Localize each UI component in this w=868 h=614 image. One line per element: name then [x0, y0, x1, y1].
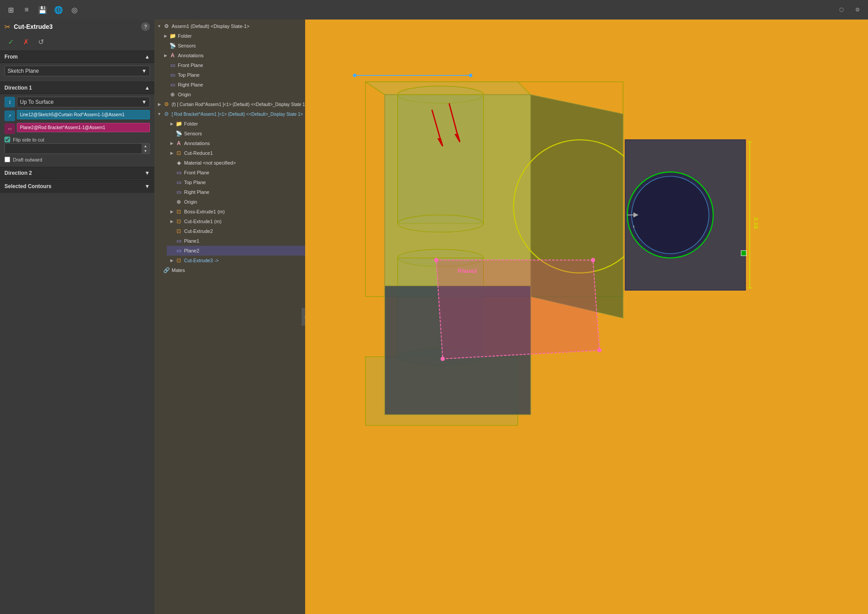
- tree-item-origin[interactable]: ⊕ Origin: [161, 90, 305, 99]
- svg-point-2: [353, 74, 357, 77]
- cut-extrude-icon: ✂: [4, 23, 10, 31]
- reset-button[interactable]: ↺: [35, 35, 47, 48]
- left-panel: ✂ Cut-Extrude3 ? ✓ ✗ ↺ From ▲ Sketch Pla…: [0, 20, 154, 614]
- from-dropdown[interactable]: Sketch Plane ▼: [4, 66, 150, 76]
- direction2-section-header[interactable]: Direction 2 ▼: [0, 167, 154, 179]
- plane-field[interactable]: Plane2@Rod Bracket^Assem1-1@Assem1: [17, 123, 150, 132]
- svg-point-26: [591, 258, 595, 262]
- svg-text:3.18: 3.18: [753, 217, 759, 229]
- depth-input[interactable]: [5, 144, 141, 154]
- selected-contours-label: Selected Contours: [4, 183, 51, 189]
- dropdown-arrow: ▼: [141, 68, 147, 74]
- tree-item-top-plane[interactable]: ▭ Top Plane: [161, 70, 305, 80]
- tree-item-boss-extrude1[interactable]: ▶ ⊡ Boss-Extrude1 (m): [167, 207, 305, 216]
- svg-rect-23: [741, 251, 746, 256]
- dropdown-arrow-2: ▼: [141, 99, 147, 105]
- tree-item-cut-extrude1[interactable]: ▶ ⊡ Cut-Extrude1 (m): [167, 216, 305, 226]
- svg-point-3: [469, 74, 472, 77]
- tree-item-right-plane[interactable]: ▭ Right Plane: [161, 80, 305, 90]
- svg-point-10: [397, 215, 483, 232]
- toolbar-icon-circle[interactable]: ◎: [67, 3, 82, 17]
- svg-rect-9: [397, 94, 483, 223]
- toolbar-icon-save[interactable]: 💾: [35, 3, 50, 17]
- direction1-type-dropdown[interactable]: Up To Surface ▼: [17, 97, 150, 107]
- tree-item-cut-extrude2[interactable]: ⊡ Cut-Extrude2: [167, 226, 305, 236]
- help-button[interactable]: ?: [141, 22, 150, 31]
- tree-item-plane2[interactable]: ▭ Plane2: [167, 246, 305, 256]
- svg-point-25: [434, 258, 439, 262]
- toolbar-icon-list[interactable]: ≡: [20, 3, 34, 17]
- draft-outward-checkbox-row: Draft outward: [4, 156, 150, 163]
- tree-item-curtain-rod[interactable]: ▶ ⚙ (f) [ Curtain Rod^Assem1 ]<1> (Defau…: [154, 99, 305, 109]
- tree-item-material[interactable]: ◈ Material <not specified>: [167, 158, 305, 168]
- tree-item-front-plane[interactable]: ▭ Front Plane: [161, 60, 305, 70]
- panel-title: Cut-Extrude3: [14, 23, 53, 30]
- feature-tree: ▼ ⚙ Assem1 (Default) <Display State-1> ▶…: [154, 20, 305, 614]
- spinner-up[interactable]: ▲: [141, 144, 149, 149]
- tree-item-plane1[interactable]: ▭ Plane1: [167, 236, 305, 246]
- tree-item-sensors[interactable]: 📡 Sensors: [161, 41, 305, 51]
- line-field[interactable]: Line12@Sketch5@Curtain Rod^Assem1-1@Asse…: [17, 110, 150, 119]
- direction1-type-icon[interactable]: ↕: [4, 97, 15, 107]
- tree-item-sub-sensors[interactable]: 📡 Sensors: [167, 129, 305, 138]
- flip-side-checkbox-row: Flip side to cut: [4, 136, 150, 143]
- svg-text:Plane2: Plane2: [458, 268, 477, 274]
- svg-point-28: [597, 348, 602, 353]
- spinner-down[interactable]: ▼: [141, 149, 149, 154]
- tree-item-sub-top-plane[interactable]: ▭ Top Plane: [167, 177, 305, 187]
- selected-contours-section-header[interactable]: Selected Contours ▼: [0, 180, 154, 193]
- direction1-collapse-icon: ▲: [145, 85, 150, 91]
- line-selector-icon[interactable]: ↗: [4, 110, 15, 121]
- direction1-section-content: ↕ Up To Surface ▼ ↗ Line12@Sketch5@Curta…: [0, 94, 154, 166]
- from-section-header[interactable]: From ▲: [0, 51, 154, 63]
- tree-item-sub-annotations[interactable]: ▶ A Annotations: [167, 138, 305, 148]
- direction2-label: Direction 2: [4, 170, 32, 176]
- spinner-buttons: ▲ ▼: [141, 144, 149, 154]
- plane-selector-icon[interactable]: ▭: [4, 123, 15, 134]
- tree-root-label: Assem1 (Default) <Display State-1>: [172, 24, 249, 29]
- tree-item-mates[interactable]: 🔗 Mates: [154, 265, 305, 275]
- direction1-label: Direction 1: [4, 85, 32, 91]
- top-toolbar: ⊞ ≡ 💾 🌐 ◎ ⬡ ⚙: [0, 0, 868, 20]
- tree-item-sub-front-plane[interactable]: ▭ Front Plane: [167, 168, 305, 177]
- draft-outward-label: Draft outward: [13, 157, 42, 162]
- flip-side-label: Flip side to cut: [13, 137, 44, 142]
- depth-input-row: ▲ ▼: [4, 143, 150, 154]
- svg-point-27: [440, 357, 445, 361]
- tree-root[interactable]: ▼ ⚙ Assem1 (Default) <Display State-1>: [154, 21, 305, 31]
- tree-root-arrow: ▼: [156, 24, 162, 28]
- right-area: Plane2 3.18: [154, 20, 868, 614]
- tree-collapse-handle[interactable]: ›: [302, 308, 305, 326]
- toolbar-icon-globe[interactable]: 🌐: [51, 3, 66, 17]
- tree-item-sub-folder[interactable]: ▶ 📁 Folder: [167, 119, 305, 129]
- draft-outward-checkbox[interactable]: [4, 157, 10, 162]
- direction2-collapse-icon: ▼: [145, 170, 150, 176]
- main-layout: ✂ Cut-Extrude3 ? ✓ ✗ ↺ From ▲ Sketch Pla…: [0, 20, 868, 614]
- tree-root-icon: ⚙: [162, 22, 170, 30]
- tree-item-sub-right-plane[interactable]: ▭ Right Plane: [167, 187, 305, 197]
- toolbar-icon-restore[interactable]: ⬡: [834, 3, 848, 17]
- from-label: From: [4, 54, 18, 60]
- tree-item-rod-bracket[interactable]: ▼ ⚙ [ Rod Bracket^Assem1 ]<1> (Default) …: [154, 109, 305, 119]
- tree-item-cut-reduce1[interactable]: ▶ ⊡ Cut-Reduce1: [167, 148, 305, 158]
- toolbar-icon-home[interactable]: ⊞: [4, 3, 18, 17]
- svg-point-19: [632, 176, 709, 253]
- tree-item-annotations[interactable]: ▶ A Annotations: [161, 51, 305, 60]
- direction1-section-header[interactable]: Direction 1 ▲: [0, 82, 154, 94]
- action-row: ✓ ✗ ↺: [0, 34, 154, 50]
- tree-item-cut-extrude3[interactable]: ▶ ⊡ Cut-Extrude3 ->: [167, 256, 305, 265]
- confirm-button[interactable]: ✓: [4, 35, 17, 48]
- svg-marker-24: [436, 260, 600, 359]
- cancel-button[interactable]: ✗: [20, 35, 32, 48]
- tree-item-folder[interactable]: ▶ 📁 Folder: [161, 31, 305, 41]
- flip-side-checkbox[interactable]: [4, 137, 10, 142]
- from-collapse-icon: ▲: [145, 54, 150, 60]
- toolbar-icon-settings[interactable]: ⚙: [850, 3, 864, 17]
- tree-item-sub-origin[interactable]: ⊕ Origin: [167, 197, 305, 207]
- from-section-content: Sketch Plane ▼: [0, 63, 154, 81]
- panel-title-row: ✂ Cut-Extrude3 ?: [0, 20, 154, 34]
- selected-contours-collapse-icon: ▼: [145, 183, 150, 189]
